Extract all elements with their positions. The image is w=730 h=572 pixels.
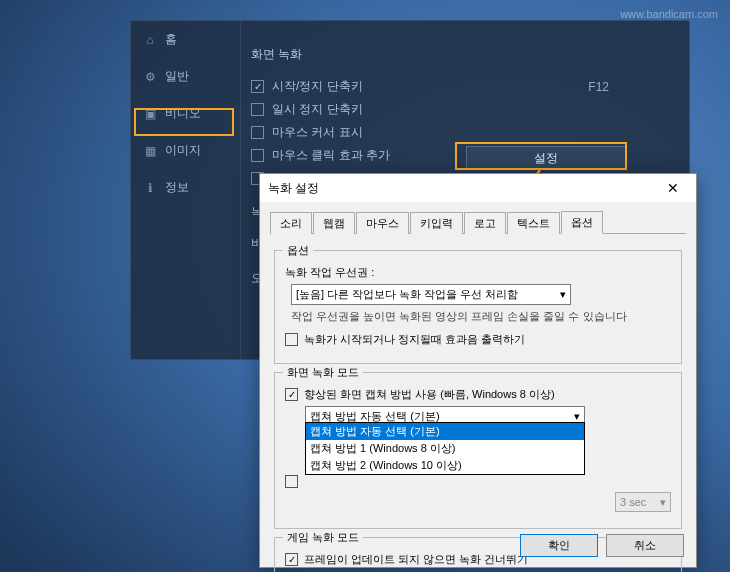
checkbox-icon[interactable] (285, 475, 298, 488)
sidebar-item-label: 홈 (165, 31, 177, 48)
checkbox-icon[interactable] (285, 333, 298, 346)
tab-sound[interactable]: 소리 (270, 212, 312, 234)
delay-select[interactable]: 3 sec ▾ (615, 492, 671, 512)
record-settings-dialog: 녹화 설정 ✕ 소리 웹캠 마우스 키입력 로고 텍스트 옵션 옵션 녹화 작업… (259, 173, 697, 568)
tab-logo[interactable]: 로고 (464, 212, 506, 234)
check-label: 향상된 화면 캡쳐 방법 사용 (빠름, Windows 8 이상) (304, 387, 555, 402)
dropdown-option[interactable]: 캡쳐 방법 1 (Windows 8 이상) (306, 440, 584, 457)
info-icon: ℹ (143, 181, 157, 195)
dialog-title-text: 녹화 설정 (268, 180, 319, 197)
option-label: 캡쳐 방법 1 (Windows 8 이상) (310, 442, 455, 454)
check-label: 마우스 클릭 효과 추가 (272, 147, 390, 164)
sidebar-item-video[interactable]: ▣ 비디오 (131, 95, 240, 132)
priority-note: 작업 우선권을 높이면 녹화된 영상의 프레임 손실을 줄일 수 있습니다 (291, 309, 671, 324)
checkbox-icon[interactable]: ✓ (251, 80, 264, 93)
watermark: www.bandicam.com (620, 8, 718, 20)
close-icon: ✕ (667, 180, 679, 196)
dialog-buttons: 확인 취소 (520, 534, 684, 557)
sidebar-item-image[interactable]: ▦ 이미지 (131, 132, 240, 169)
checkbox-icon[interactable]: ✓ (285, 388, 298, 401)
cancel-button[interactable]: 취소 (606, 534, 684, 557)
priority-label: 녹화 작업 우선권 : (285, 265, 671, 280)
sidebar-item-info[interactable]: ℹ 정보 (131, 169, 240, 206)
tab-option[interactable]: 옵션 (561, 211, 603, 234)
priority-select[interactable]: [높음] 다른 작업보다 녹화 작업을 우선 처리함 ▾ (291, 284, 571, 305)
dialog-tabs: 소리 웹캠 마우스 키입력 로고 텍스트 옵션 (270, 210, 686, 234)
sidebar-item-general[interactable]: ⚙ 일반 (131, 58, 240, 95)
group-label: 화면 녹화 모드 (283, 365, 363, 380)
tab-label: 마우스 (366, 217, 399, 229)
group-label: 게임 녹화 모드 (283, 530, 363, 545)
checkbox-icon[interactable] (251, 126, 264, 139)
check-cursor[interactable]: 마우스 커서 표시 (251, 121, 669, 144)
chevron-down-icon: ▾ (660, 496, 666, 509)
button-label: 취소 (634, 538, 656, 553)
sidebar-item-label: 이미지 (165, 142, 201, 159)
check-label: 마우스 커서 표시 (272, 124, 363, 141)
tab-webcam[interactable]: 웹캠 (313, 212, 355, 234)
sidebar-item-label: 일반 (165, 68, 189, 85)
check-label: 시작/정지 단축키 (272, 78, 363, 95)
settings-button[interactable]: 설정 (466, 146, 626, 170)
check-pause[interactable]: 일시 정지 단축키 (251, 98, 669, 121)
image-icon: ▦ (143, 144, 157, 158)
group-option: 옵션 녹화 작업 우선권 : [높음] 다른 작업보다 녹화 작업을 우선 처리… (274, 250, 682, 364)
sidebar-item-label: 비디오 (165, 105, 201, 122)
enhanced-check-row[interactable]: ✓ 향상된 화면 캡쳐 방법 사용 (빠름, Windows 8 이상) (285, 387, 671, 402)
dropdown-option[interactable]: 캡쳐 방법 자동 선택 (기본) (306, 423, 584, 440)
check-label: 녹화가 시작되거나 정지될때 효과음 출력하기 (304, 332, 525, 347)
sidebar-item-label: 정보 (165, 179, 189, 196)
gear-icon: ⚙ (143, 70, 157, 84)
capture-method-dropdown: 캡쳐 방법 자동 선택 (기본) 캡쳐 방법 1 (Windows 8 이상) … (305, 422, 585, 475)
checkbox-icon[interactable] (251, 103, 264, 116)
tab-label: 소리 (280, 217, 302, 229)
check-start-stop[interactable]: ✓ 시작/정지 단축키 F12 (251, 75, 669, 98)
tab-mouse[interactable]: 마우스 (356, 212, 409, 234)
tab-label: 로고 (474, 217, 496, 229)
sidebar: ⌂ 홈 ⚙ 일반 ▣ 비디오 ▦ 이미지 ℹ 정보 (131, 21, 241, 359)
settings-button-label: 설정 (534, 150, 558, 167)
checkbox-icon[interactable]: ✓ (285, 553, 298, 566)
chevron-down-icon: ▾ (560, 288, 566, 301)
tab-label: 키입력 (420, 217, 453, 229)
tab-label: 웹캠 (323, 217, 345, 229)
close-button[interactable]: ✕ (658, 178, 688, 198)
home-icon: ⌂ (143, 33, 157, 47)
tab-label: 옵션 (571, 216, 593, 228)
dropdown-option[interactable]: 캡쳐 방법 2 (Windows 10 이상) (306, 457, 584, 474)
hidden-row-1[interactable] (285, 475, 671, 488)
option-label: 캡쳐 방법 자동 선택 (기본) (310, 425, 440, 437)
tab-text[interactable]: 텍스트 (507, 212, 560, 234)
delay-row: 3 sec ▾ (285, 492, 671, 512)
ok-button[interactable]: 확인 (520, 534, 598, 557)
check-label: 프레임이 업데이트 되지 않으면 녹화 건너뛰기 (304, 552, 528, 567)
group-screen-mode: 화면 녹화 모드 ✓ 향상된 화면 캡쳐 방법 사용 (빠름, Windows … (274, 372, 682, 529)
section-title: 화면 녹화 (251, 46, 669, 63)
select-value: [높음] 다른 작업보다 녹화 작업을 우선 처리함 (296, 287, 518, 302)
select-value: 3 sec (620, 496, 646, 508)
tab-keyinput[interactable]: 키입력 (410, 212, 463, 234)
effects-check-row[interactable]: 녹화가 시작되거나 정지될때 효과음 출력하기 (285, 332, 671, 347)
video-icon: ▣ (143, 107, 157, 121)
checkbox-icon[interactable] (251, 149, 264, 162)
tab-label: 텍스트 (517, 217, 550, 229)
group-label: 옵션 (283, 243, 313, 258)
dialog-body: 옵션 녹화 작업 우선권 : [높음] 다른 작업보다 녹화 작업을 우선 처리… (260, 234, 696, 572)
dialog-titlebar: 녹화 설정 ✕ (260, 174, 696, 202)
option-label: 캡쳐 방법 2 (Windows 10 이상) (310, 459, 462, 471)
hotkey-value: F12 (588, 80, 609, 94)
button-label: 확인 (548, 538, 570, 553)
sidebar-item-home[interactable]: ⌂ 홈 (131, 21, 240, 58)
check-label: 일시 정지 단축키 (272, 101, 363, 118)
